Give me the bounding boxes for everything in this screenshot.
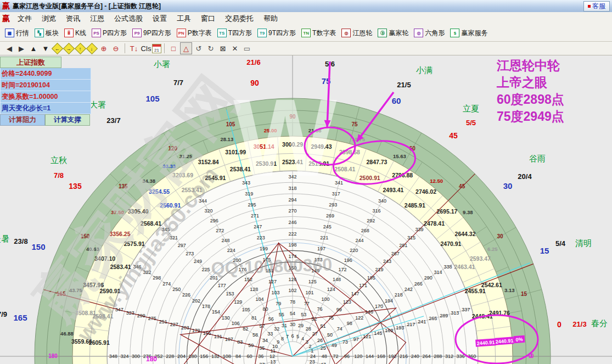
menu-7[interactable]: 窗口	[196, 14, 220, 23]
svg-text:296: 296	[210, 218, 218, 223]
step-left-button[interactable]: ←	[52, 42, 63, 54]
zoom-in-button[interactable]: ⊕	[98, 43, 109, 54]
svg-text:250: 250	[172, 287, 181, 292]
svg-text:155: 155	[203, 331, 211, 336]
svg-text:324: 324	[120, 354, 128, 359]
menu-8[interactable]: 交易委托	[220, 14, 259, 23]
menu-3[interactable]: 江恩	[85, 14, 109, 23]
toolbar-button-quotes[interactable]: ▦行情	[2, 26, 32, 40]
svg-text:56: 56	[268, 316, 274, 322]
nav-up-button[interactable]: ▲	[28, 43, 39, 54]
step-down-button[interactable]: ↓	[86, 42, 98, 54]
svg-text:323: 323	[126, 310, 134, 316]
app-window: 2324123456789101112134748252627282930313…	[0, 0, 612, 364]
rotate-cw-button[interactable]: ↻	[205, 43, 216, 54]
svg-text:30: 30	[497, 233, 503, 239]
svg-text:48: 48	[322, 354, 327, 359]
menu-2[interactable]: 资讯	[61, 14, 85, 23]
svg-text:55: 55	[279, 312, 284, 317]
support-button[interactable]: 客服	[583, 1, 610, 12]
svg-text:2493.41: 2493.41	[383, 187, 404, 193]
toolbar-button-9t-square[interactable]: T99T四方形	[255, 26, 299, 40]
nav-forward-button[interactable]: ▶	[16, 43, 27, 54]
svg-text:127: 127	[268, 279, 277, 284]
svg-text:2500.91: 2500.91	[360, 175, 380, 181]
svg-text:199: 199	[260, 246, 268, 251]
svg-text:53: 53	[301, 312, 306, 317]
menu-6[interactable]: 工具	[172, 14, 196, 23]
svg-text:152: 152	[244, 277, 252, 282]
svg-text:15.63: 15.63	[393, 153, 406, 159]
svg-text:227: 227	[170, 322, 178, 327]
svg-text:223: 223	[257, 235, 265, 240]
rect-tool-button[interactable]: □	[168, 43, 179, 54]
box-select-button[interactable]: ⊠	[217, 43, 228, 54]
svg-text:291: 291	[399, 243, 407, 248]
nav-down-button[interactable]: ▼	[40, 43, 51, 54]
zoom-out-button[interactable]: ⊖	[110, 43, 121, 54]
svg-text:169: 169	[385, 328, 393, 333]
svg-text:145: 145	[374, 331, 382, 336]
rotate-ccw-button[interactable]: ↺	[193, 43, 204, 54]
svg-text:75: 75	[351, 121, 358, 127]
toolbar-button-t-table[interactable]: TNT数字表	[299, 26, 339, 40]
step-right-button[interactable]: →	[63, 42, 75, 54]
cls-button[interactable]: Cls	[141, 43, 151, 54]
cross-tool-button[interactable]: ✕	[229, 43, 240, 54]
svg-text:172: 172	[338, 267, 346, 272]
svg-text:50: 50	[327, 332, 333, 338]
toolbar-button-gann-wheel[interactable]: ◎江恩轮	[339, 26, 375, 40]
wheel-annotation: 江恩轮中轮上帝之眼60度2898点75度2949点	[497, 57, 564, 125]
svg-text:90: 90	[250, 79, 259, 87]
menu-4[interactable]: 公式选股	[109, 14, 148, 23]
toolbar-button-sectors[interactable]: ▚板块	[32, 26, 61, 40]
triangle-tool-button[interactable]: △	[180, 42, 192, 54]
toolbar-button-p-table[interactable]: PNP数字表	[174, 26, 215, 40]
svg-text:268: 268	[361, 228, 369, 233]
svg-text:178: 178	[202, 304, 210, 309]
title-bar[interactable]: 赢 赢家江恩专业版[赢家服务平台] - [上证指数 江恩轮] 客服	[0, 0, 612, 13]
menu-1[interactable]: 浏览	[37, 14, 61, 23]
menu-5[interactable]: 设置	[148, 14, 172, 23]
svg-text:320: 320	[204, 208, 212, 214]
svg-text:31: 31	[282, 323, 287, 328]
toolbar-button-9p-square[interactable]: P99P四方形	[130, 26, 174, 40]
svg-text:99: 99	[336, 307, 342, 312]
svg-text:275: 275	[148, 316, 156, 321]
toolbar-button-winner-service[interactable]: $赢家服务	[447, 26, 490, 40]
svg-text:2644.32: 2644.32	[455, 231, 476, 237]
svg-text:32: 32	[274, 326, 279, 332]
svg-text:245: 245	[323, 224, 332, 229]
svg-text:202: 202	[192, 298, 200, 304]
svg-text:180: 180	[48, 353, 58, 359]
svg-text:29: 29	[298, 323, 304, 328]
svg-text:2463.41: 2463.41	[454, 264, 475, 270]
toolbar-button-hexagon[interactable]: ◎六角形	[411, 26, 447, 40]
svg-text:148: 148	[333, 277, 341, 282]
calendar-icon[interactable]: 21	[152, 44, 161, 53]
svg-text:96: 96	[344, 354, 350, 359]
svg-text:248: 248	[221, 238, 229, 243]
toolbar-button-t-square[interactable]: TST四方形	[215, 26, 255, 40]
t-updown-button[interactable]: T↓	[128, 43, 139, 54]
menu-9[interactable]: 帮助	[259, 14, 283, 23]
toolbar-button-winner-wheel[interactable]: Ⓑ赢家轮	[375, 26, 411, 40]
calc-resistance-button[interactable]: 计算阻力	[0, 114, 45, 126]
svg-text:23: 23	[310, 359, 315, 364]
menu-0[interactable]: 文件	[13, 14, 37, 23]
screen-tool-button[interactable]: ▭	[242, 43, 252, 54]
svg-text:124: 124	[327, 287, 335, 292]
p-table-icon: PN	[177, 29, 186, 37]
svg-text:192: 192	[388, 354, 396, 359]
toolbar-button-kline[interactable]: ⅲK线	[61, 26, 89, 40]
svg-text:121: 121	[363, 334, 371, 339]
svg-text:220: 220	[350, 248, 358, 253]
step-up-button[interactable]: ↑	[75, 42, 86, 54]
svg-text:247: 247	[254, 224, 262, 229]
nav-back-button[interactable]: ◀	[4, 43, 15, 54]
svg-text:23/7: 23/7	[106, 116, 120, 125]
svg-text:241: 241	[418, 319, 426, 324]
winner-wheel-icon: Ⓑ	[378, 29, 387, 37]
toolbar-button-p-square[interactable]: PSP四方形	[89, 26, 130, 40]
calc-support-button[interactable]: 计算支撑	[45, 114, 90, 126]
